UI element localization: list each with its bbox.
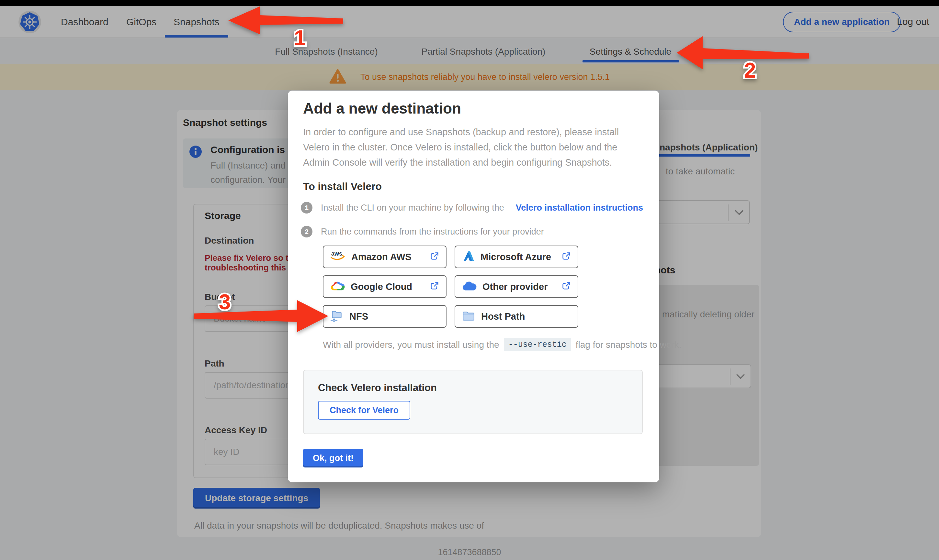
velero-instructions-link[interactable]: Velero installation instructions	[516, 203, 643, 213]
use-restic-flag-chip: --use-restic	[504, 338, 571, 351]
external-link-icon	[561, 251, 571, 262]
aws-icon: aws	[330, 250, 345, 264]
check-velero-section: Check Velero installation Check for Vele…	[303, 370, 643, 434]
nfs-share-folder-icon	[330, 309, 344, 323]
provider-host-path[interactable]: Host Path	[455, 305, 578, 328]
check-velero-heading: Check Velero installation	[318, 382, 437, 394]
modal-intro-line3: Admin Console will verify the installati…	[303, 157, 612, 168]
check-for-velero-button[interactable]: Check for Velero	[318, 401, 410, 420]
google-cloud-icon	[330, 281, 345, 292]
external-link-icon	[561, 281, 571, 292]
provider-google-cloud[interactable]: Google Cloud	[323, 275, 447, 298]
provider-amazon-aws[interactable]: aws Amazon AWS	[323, 246, 447, 268]
cloud-icon	[462, 281, 476, 292]
ok-got-it-button[interactable]: Ok, got it!	[303, 449, 363, 468]
provider-microsoft-azure[interactable]: Microsoft Azure	[455, 246, 578, 268]
add-destination-modal: Add a new destination In order to config…	[288, 91, 659, 482]
step2-text: Run the commands from the instructions f…	[321, 227, 544, 237]
install-step-1: 1 Install the CLI on your machine by fol…	[301, 202, 643, 214]
admin-console-screen: Dashboard GitOps Snapshots Add a new app…	[0, 0, 939, 560]
folder-icon	[462, 310, 475, 323]
restic-suffix: flag for snapshots to work.	[576, 340, 682, 350]
external-link-icon	[430, 251, 439, 262]
azure-icon	[462, 251, 475, 263]
provider-grid: aws Amazon AWS Microsoft Azur	[323, 246, 578, 328]
svg-text:aws: aws	[331, 251, 342, 257]
modal-intro-line2: Velero in the cluster. Once Velero is in…	[303, 142, 617, 153]
provider-nfs[interactable]: NFS	[323, 305, 447, 328]
modal-intro-line1: In order to configure and use Snapshots …	[303, 127, 619, 137]
step1-number-badge: 1	[301, 202, 313, 214]
provider-other[interactable]: Other provider	[455, 275, 578, 298]
external-link-icon	[430, 281, 439, 292]
step1-text: Install the CLI on your machine by follo…	[321, 203, 504, 213]
install-velero-heading: To install Velero	[303, 180, 382, 192]
modal-title: Add a new destination	[303, 100, 461, 117]
step2-number-badge: 2	[301, 226, 313, 237]
restic-prefix: With all providers, you must install usi…	[323, 340, 499, 350]
restic-note: With all providers, you must install usi…	[323, 338, 682, 351]
install-step-2: 2 Run the commands from the instructions…	[301, 226, 544, 237]
